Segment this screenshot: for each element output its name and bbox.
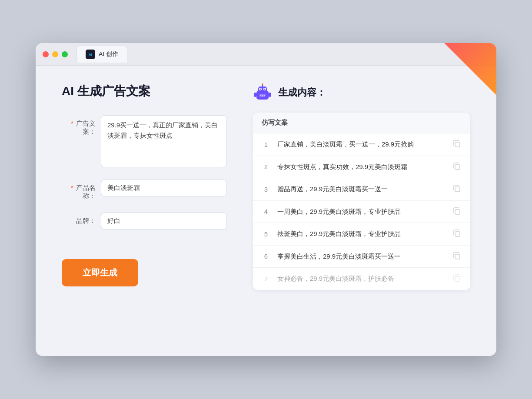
minimize-button[interactable]	[52, 51, 58, 57]
ad-copy-input[interactable]: 29.9买一送一，真正的厂家直销，美白淡斑霜，专抹女性斑点	[101, 115, 227, 167]
result-text-5: 祛斑美白，29.9元美白淡斑霜，专业护肤品	[277, 229, 446, 239]
required-star-2: *	[71, 184, 73, 191]
ai-tab[interactable]: AI 创作	[76, 46, 127, 63]
svg-rect-17	[455, 209, 460, 214]
svg-point-4	[260, 89, 261, 90]
result-num-1: 1	[262, 141, 270, 148]
result-item: 2 专抹女性斑点，真实功效，29.9元美白淡斑霜	[253, 156, 470, 179]
svg-rect-18	[455, 232, 460, 236]
result-header: 生成内容：	[253, 83, 470, 102]
svg-rect-15	[455, 165, 460, 170]
result-item: 5 祛斑美白，29.9元美白淡斑霜，专业护肤品	[253, 223, 470, 246]
result-card: 仿写文案 1 厂家直销，美白淡斑霜，买一送一，29.9元抢购 2 专抹女性斑点，…	[253, 113, 470, 290]
ad-copy-label: * 广告文案：	[62, 115, 101, 136]
result-num-2: 2	[262, 163, 270, 170]
product-name-input[interactable]	[101, 180, 227, 196]
tab-label: AI 创作	[99, 50, 118, 58]
generate-button[interactable]: 立即生成	[62, 259, 138, 286]
result-text-4: 一周美白，29.9元美白淡斑霜，专业护肤品	[277, 207, 446, 217]
browser-window: AI 创作 AI 生成广告文案 * 广告文案： 29.9买一送一，真正的厂家直销…	[36, 43, 496, 356]
result-text-3: 赠品再送，29.9元美白淡斑霜买一送一	[277, 184, 446, 194]
result-num-7: 7	[262, 275, 270, 283]
svg-rect-14	[455, 142, 460, 147]
traffic-lights	[43, 51, 68, 57]
svg-rect-16	[455, 187, 460, 192]
product-name-row: * 产品名称：	[62, 180, 227, 200]
page-title: AI 生成广告文案	[62, 83, 227, 100]
result-item: 3 赠品再送，29.9元美白淡斑霜买一送一	[253, 178, 470, 201]
svg-rect-19	[455, 254, 460, 259]
result-item-faded: 7 女神必备，29.9元美白淡斑霜，护肤必备	[253, 268, 470, 290]
svg-point-7	[262, 83, 263, 85]
right-panel: 生成内容： 仿写文案 1 厂家直销，美白淡斑霜，买一送一，29.9元抢购	[253, 83, 470, 339]
titlebar: AI 创作	[36, 43, 496, 66]
brand-label: 品牌：	[62, 213, 101, 225]
copy-icon-6[interactable]	[453, 252, 462, 261]
robot-icon	[253, 83, 272, 102]
result-text-1: 厂家直销，美白淡斑霜，买一送一，29.9元抢购	[277, 140, 446, 150]
svg-point-5	[264, 89, 266, 90]
copy-icon-5[interactable]	[453, 229, 462, 238]
result-num-6: 6	[262, 253, 270, 260]
left-panel: AI 生成广告文案 * 广告文案： 29.9买一送一，真正的厂家直销，美白淡斑霜…	[62, 83, 227, 339]
result-text-6: 掌握美白生活，29.9元美白淡斑霜买一送一	[277, 252, 446, 262]
ai-tab-icon	[86, 50, 95, 59]
copy-icon-2[interactable]	[453, 163, 462, 171]
result-text-7: 女神必备，29.9元美白淡斑霜，护肤必备	[277, 274, 446, 284]
brand-row: 品牌：	[62, 213, 227, 229]
maximize-button[interactable]	[62, 51, 68, 57]
result-item: 6 掌握美白生活，29.9元美白淡斑霜买一送一	[253, 246, 470, 268]
close-button[interactable]	[43, 51, 49, 57]
result-title: 生成内容：	[278, 86, 326, 99]
ad-copy-row: * 广告文案： 29.9买一送一，真正的厂家直销，美白淡斑霜，专抹女性斑点	[62, 115, 227, 167]
brand-input[interactable]	[101, 213, 227, 229]
copy-icon-1[interactable]	[453, 140, 462, 149]
result-num-3: 3	[262, 186, 270, 193]
required-star-1: *	[71, 120, 73, 127]
svg-rect-10	[269, 93, 271, 97]
product-name-label: * 产品名称：	[62, 180, 101, 200]
result-item: 1 厂家直销，美白淡斑霜，买一送一，29.9元抢购	[253, 133, 470, 156]
copy-icon-3[interactable]	[453, 185, 462, 193]
copy-icon-4[interactable]	[453, 207, 462, 216]
result-text-2: 专抹女性斑点，真实功效，29.9元美白淡斑霜	[277, 162, 446, 172]
result-num-4: 4	[262, 208, 270, 215]
result-col-header: 仿写文案	[253, 113, 470, 133]
svg-rect-9	[254, 93, 256, 97]
result-num-5: 5	[262, 230, 270, 238]
main-content: AI 生成广告文案 * 广告文案： 29.9买一送一，真正的厂家直销，美白淡斑霜…	[36, 66, 496, 356]
result-item: 4 一周美白，29.9元美白淡斑霜，专业护肤品	[253, 201, 470, 223]
copy-icon-7[interactable]	[453, 274, 462, 283]
svg-rect-20	[455, 276, 460, 281]
